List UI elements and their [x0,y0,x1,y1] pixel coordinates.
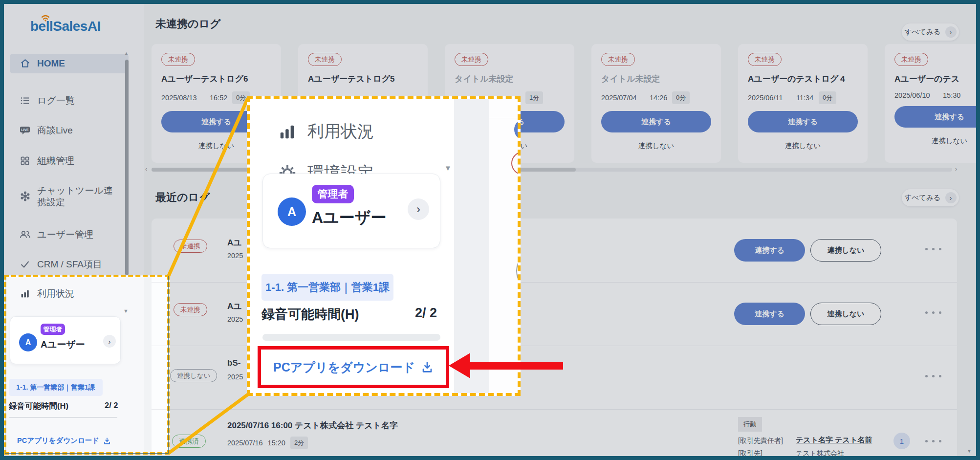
sidebar-item-label: チャットツール連携設定 [37,185,115,208]
no-link-button[interactable]: 連携しない [894,136,980,146]
log-title: Aユーザーテストログ6 [161,73,271,85]
more-menu-icon[interactable] [925,311,941,314]
link-button[interactable]: 連携する [734,303,805,325]
link-button[interactable]: 連携する [894,106,980,128]
view-all-button-unlinked[interactable]: すべてみる › [902,23,959,41]
logo-wifi-icon [38,13,53,22]
sidebar-item-crm-sfa[interactable]: CRM / SFA項目 [10,255,129,274]
sidebar-item-label: HOME [37,58,65,69]
account-label: [取引先] [738,449,762,458]
status-badge: 未連携 [174,303,207,316]
chevron-right-icon: › [945,192,957,203]
more-menu-icon[interactable] [925,375,941,377]
log-date: 2025/07/04 [601,94,650,102]
download-pc-app-link[interactable]: PCアプリをダウンロード [273,359,415,375]
check-icon [20,259,30,270]
contact-link[interactable]: テスト名字 テスト名前 [796,436,872,445]
usage-label: 利用状況 [307,120,374,143]
chevron-right-icon: › [945,26,957,38]
download-pc-app-label: PCアプリをダウンロード [17,436,99,445]
view-all-label: すべてみる [904,193,940,202]
chevron-right-icon[interactable]: › [408,198,429,220]
contact-label: [取引先責任者] [738,437,783,445]
log-title: タイトル未設定 [601,73,711,85]
recording-time-value: 2/ 2 [105,401,118,410]
log-title: Aユーザーのテストログ４ [748,73,858,85]
status-badge: 未連携 [601,53,635,66]
sidebar-item-usage[interactable]: 利用状況 [10,284,129,304]
magnified-callout: 利用状況 ▼ 環境設定 A 管理者 Aユーザー › 1-1. 第一営業部｜営業1… [247,96,521,396]
account-name: テスト株式会社 [796,449,844,458]
download-pc-app-link[interactable]: PCアプリをダウンロード [17,436,111,445]
user-card[interactable]: A 管理者 Aユーザー › [262,174,440,248]
log-time: 11:34 [796,94,819,102]
divider [152,409,957,410]
log-title: Aユ [227,301,242,312]
duration-badge: 0分 [819,91,836,104]
log-time: 14:26 [650,94,672,102]
user-card[interactable]: A 管理者 Aユーザー › [10,316,121,364]
user-name: Aユーザー [312,207,387,229]
scroll-left-icon[interactable]: ‹ [145,165,147,173]
collapse-caret-icon[interactable]: ▼ [123,308,129,314]
download-icon [421,361,434,373]
divider [9,417,117,418]
log-title: Aユーザーのテス [894,73,980,85]
log-date: 2025/06/10 [894,91,943,99]
collapse-caret-icon[interactable]: ▼ [444,164,452,172]
sidebar-scrollbar[interactable] [125,60,129,275]
svg-text:LIVE: LIVE [21,128,29,131]
home-icon [20,58,30,69]
log-time: 16:52 [210,94,232,102]
view-all-button-recent[interactable]: すべてみる › [902,189,959,206]
no-link-button[interactable]: 連携しない [748,141,858,151]
integration-icon [20,191,30,202]
page-scroll-down-icon[interactable]: ▼ [967,448,972,454]
list-icon [20,95,30,106]
more-menu-icon[interactable] [925,440,941,442]
link-button[interactable]: 連携する [734,239,805,262]
log-date: 2025/06/11 [748,94,796,102]
sidebar-item-label: 利用状況 [37,288,74,300]
no-link-button[interactable]: 連携しない [601,141,711,151]
magnified-list-fragment [489,99,518,393]
sidebar-item-home[interactable]: HOME [10,54,129,73]
log-date: 2025 [227,373,243,381]
download-icon [103,437,111,445]
no-link-button[interactable]: 連携しない [810,303,881,325]
sidebar-item-users[interactable]: ユーザー管理 [10,225,129,244]
log-date: 2025 [227,252,243,260]
link-button[interactable]: 連携する [601,111,711,132]
more-menu-icon[interactable] [925,248,941,250]
no-link-button[interactable]: 連携しない [810,239,881,262]
sidebar-item-live[interactable]: LIVE 商談Live [10,121,129,140]
section-title-unlinked: 未連携のログ [155,17,221,31]
sidebar: bellSalesAI HOME ログ一覧 LIVE 商談Live [4,4,144,456]
sidebar-item-chat-tools[interactable]: チャットツール連携設定 [10,181,129,212]
recording-time-label: 録音可能時間(H) [9,401,68,412]
usage-menu-item[interactable]: 利用状況 [278,120,374,143]
duration-badge: 0分 [672,91,690,104]
log-card: 未連携 タイトル未設定 2025/07/0414:260分 連携する 連携しない [591,44,721,163]
log-title: タイトル未設定 [455,73,565,85]
log-date: 2025/08/13 [161,94,210,102]
log-title: Aユーザーテストログ5 [308,73,418,85]
recording-time-label: 録音可能時間(H) [261,306,359,323]
magnified-page-gap [454,99,489,393]
log-time: 15:20 [268,439,285,447]
sidebar-item-log-list[interactable]: ログ一覧 [10,91,129,110]
status-badge: 未連携 [455,53,488,66]
scroll-right-icon[interactable]: › [955,165,957,173]
sidebar-scroll-up-icon[interactable]: ▲ [124,51,129,56]
view-all-label: すべてみる [904,27,940,37]
team-chip: 1-1. 第一営業部｜営業1課 [261,274,393,301]
sidebar-item-org[interactable]: 組織管理 [10,151,129,171]
status-badge: 未連携 [308,53,342,66]
usage-progress-bar [262,334,440,341]
log-title: 2025/07/16 16:00 テスト株式会社 テスト名字 [227,420,398,431]
chevron-right-icon[interactable]: › [103,335,116,348]
link-button[interactable]: 連携する [748,111,858,132]
status-badge: 未連携 [748,53,782,66]
log-date: 2025/07/16 [227,439,263,447]
log-title: bS- [227,358,240,368]
